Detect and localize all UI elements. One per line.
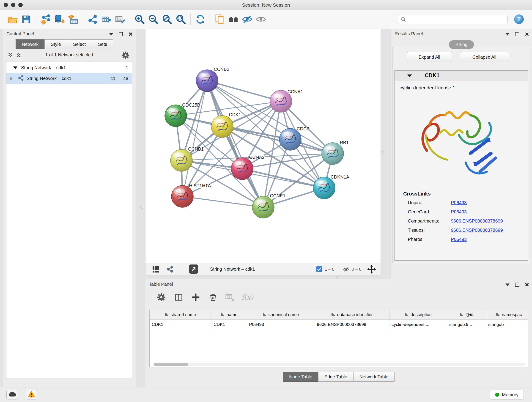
select-columns-icon[interactable] — [174, 293, 183, 303]
node-CDC6[interactable] — [279, 128, 301, 150]
help-button[interactable]: ? — [513, 12, 525, 27]
panel-float-icon[interactable] — [119, 32, 123, 36]
node-CCNA2[interactable] — [231, 158, 253, 180]
import-network-database-button[interactable] — [52, 12, 66, 27]
copy-document-button[interactable] — [213, 12, 227, 27]
add-column-icon[interactable] — [191, 293, 200, 303]
splitter-handle[interactable] — [381, 151, 384, 154]
tab-node-table[interactable]: Node Table — [283, 372, 318, 382]
memory-button[interactable]: Memory — [490, 390, 524, 400]
panel-close-icon[interactable] — [128, 32, 133, 36]
edge-CCNA2-CDKN1A[interactable] — [242, 169, 324, 188]
save-session-button[interactable] — [19, 12, 33, 27]
node-HIST1H1A[interactable] — [171, 185, 193, 207]
delete-table-icon[interactable] — [225, 293, 235, 303]
function-builder-icon[interactable]: f(x) — [241, 293, 253, 301]
section-expander-icon[interactable] — [407, 75, 412, 77]
panel-collapse-icon[interactable] — [505, 283, 510, 286]
string-tab-badge[interactable]: String — [449, 40, 474, 49]
hidden-eye-slash-icon[interactable] — [343, 266, 349, 274]
zoom-fit-button[interactable] — [160, 12, 174, 27]
crosslink-link-2[interactable]: 9606.ENSP00000378699 — [451, 218, 503, 224]
zoom-selected-button[interactable] — [174, 12, 188, 27]
new-network-button[interactable] — [86, 12, 99, 27]
crosslink-link-4[interactable]: P06493 — [451, 237, 467, 242]
gene-section-header[interactable]: CDK1 — [394, 70, 528, 81]
panel-collapse-icon[interactable] — [505, 33, 510, 36]
collapse-all-button[interactable]: Collapse All — [460, 52, 509, 62]
zoom-out-button[interactable] — [146, 12, 160, 27]
panel-float-icon[interactable] — [515, 283, 519, 287]
table-row[interactable]: CDK1CDK1P064939606.ENSP00000378699cyclin… — [150, 320, 528, 329]
import-table-button[interactable] — [66, 12, 80, 27]
birdseye-grid-icon[interactable] — [152, 266, 159, 274]
pan-crosshair-icon[interactable] — [367, 265, 376, 274]
column-header-2[interactable]: canonical name — [247, 310, 315, 319]
node-RB1[interactable] — [322, 143, 344, 165]
search-input[interactable] — [398, 15, 508, 24]
tab-edge-table[interactable]: Edge Table — [318, 372, 354, 382]
column-header-3[interactable]: database identifier — [315, 310, 389, 319]
tab-select[interactable]: Select — [67, 39, 92, 49]
zoom-in-button[interactable] — [133, 12, 146, 27]
node-CDKN1A[interactable] — [313, 177, 335, 199]
tab-network-table[interactable]: Network Table — [353, 372, 394, 382]
network-row-selected[interactable]: String Network – cdk1 11 48 — [6, 73, 132, 84]
expand-all-button[interactable]: Expand All — [407, 52, 452, 62]
refresh-view-button[interactable] — [193, 12, 207, 27]
export-image-button[interactable] — [113, 12, 127, 27]
open-session-button[interactable] — [6, 12, 19, 27]
column-header-5[interactable]: @id — [447, 310, 486, 319]
import-network-file-button[interactable] — [39, 12, 52, 27]
column-header-4[interactable]: description — [389, 310, 447, 319]
table-cell[interactable]: cyclin-dependent ... — [389, 320, 447, 329]
tab-network[interactable]: Network — [16, 39, 45, 49]
column-header-0[interactable]: shared name — [150, 310, 211, 319]
node-CDK1[interactable] — [211, 115, 233, 138]
network-graph[interactable]: CCNB2CCNA1CDC25BCDK1CDC6RB1CCNB1CCNA2CDK… — [146, 29, 380, 263]
table-cell[interactable]: stringdb — [486, 320, 528, 329]
edge-CCNB2-HIST1H1A[interactable] — [182, 81, 207, 196]
cloud-status-button[interactable] — [6, 390, 18, 400]
hide-selected-button[interactable] — [240, 12, 254, 27]
splitter-handle[interactable] — [336, 276, 339, 279]
tab-sets[interactable]: Sets — [92, 39, 113, 49]
horizontal-scrollbar[interactable] — [153, 363, 525, 366]
home-button[interactable] — [227, 12, 240, 27]
scrollbar-thumb[interactable] — [154, 363, 188, 366]
selected-checkbox-icon[interactable] — [316, 266, 322, 273]
crosslink-link-1[interactable]: P06493 — [451, 209, 467, 215]
node-CDC25B[interactable] — [165, 105, 187, 127]
network-collection-row[interactable]: String Network – cdk1 1 — [6, 62, 132, 73]
show-all-button[interactable] — [254, 12, 268, 27]
warnings-button[interactable] — [26, 390, 37, 400]
node-CCNB2[interactable] — [196, 70, 218, 92]
table-gear-icon[interactable] — [157, 293, 166, 303]
export-table-button[interactable] — [99, 12, 113, 27]
column-header-6[interactable]: namespac — [486, 310, 528, 319]
panel-float-icon[interactable] — [515, 32, 519, 36]
table-cell[interactable]: 9606.ENSP00000378699 — [315, 320, 389, 329]
table-cell[interactable]: stringdb:9... — [447, 320, 486, 329]
tree-expander-icon[interactable] — [13, 66, 17, 69]
table-cell[interactable]: CDK1 — [211, 320, 247, 329]
network-canvas[interactable]: CCNB2CCNA1CDC25BCDK1CDC6RB1CCNB1CCNA2CDK… — [145, 29, 381, 276]
splitter-handle[interactable] — [140, 206, 143, 209]
edge-HIST1H1A-CCNE1[interactable] — [182, 196, 263, 207]
panel-close-icon[interactable] — [525, 283, 529, 287]
table-cell[interactable]: CDK1 — [150, 320, 211, 329]
node-CCNE1[interactable] — [252, 196, 274, 218]
node-CCNB1[interactable] — [171, 149, 192, 172]
gear-icon[interactable] — [121, 51, 130, 60]
open-in-new-window-button[interactable] — [189, 264, 198, 274]
delete-column-trash-icon[interactable] — [209, 293, 218, 303]
table-cell[interactable]: P06493 — [247, 320, 315, 329]
column-header-1[interactable]: name — [211, 310, 247, 319]
crosslink-link-3[interactable]: 9606.ENSP00000378699 — [451, 228, 503, 233]
edge-CCNB2-CCNE1[interactable] — [207, 81, 263, 207]
panel-close-icon[interactable] — [525, 32, 529, 36]
network-share-icon[interactable] — [167, 266, 173, 274]
crosslink-link-0[interactable]: P06493 — [451, 200, 467, 205]
panel-collapse-icon[interactable] — [109, 33, 113, 36]
tab-style[interactable]: Style — [44, 39, 67, 49]
